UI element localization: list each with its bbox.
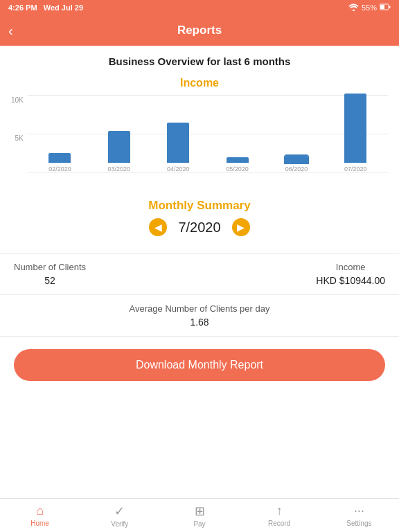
avg-stat: Average Number of Clients per day 1.68 [130, 303, 270, 328]
chart-bar[interactable] [48, 153, 71, 163]
tab-item-pay[interactable]: ⊞Pay [159, 504, 239, 528]
status-time: 4:26 PM [8, 3, 37, 12]
clients-value: 52 [44, 275, 55, 286]
header-title: Reports [177, 24, 222, 37]
home-icon: ⌂ [36, 504, 44, 518]
chart-bar-group: 04/2020 [149, 123, 208, 172]
prev-month-button[interactable]: ◀ [149, 218, 167, 236]
chart-bar-label: 06/2020 [285, 166, 308, 172]
income-label: Income [336, 262, 366, 272]
chart-container: Income 10K 5K 02/202003/202004/202005/20… [0, 70, 399, 188]
record-tab-label: Record [268, 520, 290, 527]
tab-item-record[interactable]: ↑Record [240, 504, 319, 527]
tab-item-verify[interactable]: ✓Verify [80, 504, 159, 528]
chart-area: 02/202003/202004/202005/202006/202007/20… [28, 95, 388, 185]
next-month-button[interactable]: ▶ [232, 218, 250, 236]
status-date: Wed Jul 29 [44, 3, 83, 12]
chart-bar[interactable] [108, 131, 130, 163]
home-tab-label: Home [30, 520, 49, 527]
chart-bar-label: 04/2020 [167, 166, 190, 172]
avg-value: 1.68 [190, 317, 209, 328]
chart-bar[interactable] [285, 156, 308, 163]
tab-item-home[interactable]: ⌂Home [0, 504, 80, 527]
y-label-top: 10K [11, 96, 24, 104]
clients-label: Number of Clients [14, 262, 86, 272]
chart-bar[interactable] [344, 94, 366, 163]
tab-bar: ⌂Home✓Verify⊞Pay↑Record···Settings [0, 498, 399, 532]
record-icon: ↑ [276, 504, 283, 518]
income-value: HKD $10944.00 [316, 275, 385, 286]
chart-label: Income [11, 77, 388, 89]
back-icon: ‹ [8, 23, 13, 38]
y-label-mid: 5K [15, 134, 24, 142]
verify-icon: ✓ [114, 504, 125, 519]
clients-stat: Number of Clients 52 [14, 262, 86, 286]
chart-bar[interactable] [227, 157, 249, 163]
stats-row-1: Number of Clients 52 Income HKD $10944.0… [0, 254, 399, 295]
wifi-icon [348, 3, 359, 12]
chart-bar-label: 05/2020 [226, 166, 249, 172]
svg-rect-3 [380, 5, 384, 9]
settings-tab-label: Settings [346, 520, 371, 527]
chart-bar-group: 03/2020 [89, 131, 148, 172]
chart-bar-label: 07/2020 [344, 166, 367, 172]
chart-bars: 02/202003/202004/202005/202006/202007/20… [28, 95, 388, 172]
chart-wrapper: 10K 5K 02/202003/202004/202005/202006/20… [11, 95, 388, 185]
download-monthly-report-button[interactable]: Download Monthly Report [14, 349, 385, 381]
header: ‹ Reports [0, 15, 399, 46]
month-nav: ◀ 7/2020 ▶ [14, 218, 385, 236]
battery-icon [380, 3, 391, 12]
chart-y-axis: 10K 5K [11, 96, 24, 172]
overview-title: Business Overview for last 6 months [0, 55, 399, 67]
svg-rect-2 [389, 6, 391, 8]
chart-bar-group: 05/2020 [208, 157, 267, 172]
tab-item-settings[interactable]: ···Settings [319, 504, 399, 527]
avg-label: Average Number of Clients per day [130, 303, 270, 314]
chart-bar-label: 03/2020 [108, 166, 131, 172]
stats-row-2: Average Number of Clients per day 1.68 [0, 295, 399, 337]
main-content: Business Overview for last 6 months Inco… [0, 46, 399, 498]
chart-bar-group: 06/2020 [267, 156, 326, 172]
download-btn-container: Download Monthly Report [0, 337, 399, 393]
battery-percent: 55% [362, 3, 377, 12]
back-button[interactable]: ‹ [8, 23, 13, 39]
chart-bar-label: 02/2020 [48, 166, 71, 172]
monthly-summary-title: Monthly Summary [14, 199, 385, 213]
pay-tab-label: Pay [193, 520, 205, 528]
income-stat: Income HKD $10944.00 [316, 262, 385, 286]
verify-tab-label: Verify [111, 520, 128, 528]
pay-icon: ⊞ [195, 504, 205, 519]
svg-point-0 [353, 9, 355, 11]
status-bar: 4:26 PM Wed Jul 29 55% [0, 0, 399, 15]
monthly-summary: Monthly Summary ◀ 7/2020 ▶ [0, 188, 399, 253]
chart-bar[interactable] [167, 123, 189, 163]
settings-icon: ··· [354, 504, 364, 518]
chart-bar-group: 02/2020 [30, 153, 89, 172]
chart-bar-group: 07/2020 [326, 94, 385, 172]
current-month: 7/2020 [178, 220, 220, 236]
